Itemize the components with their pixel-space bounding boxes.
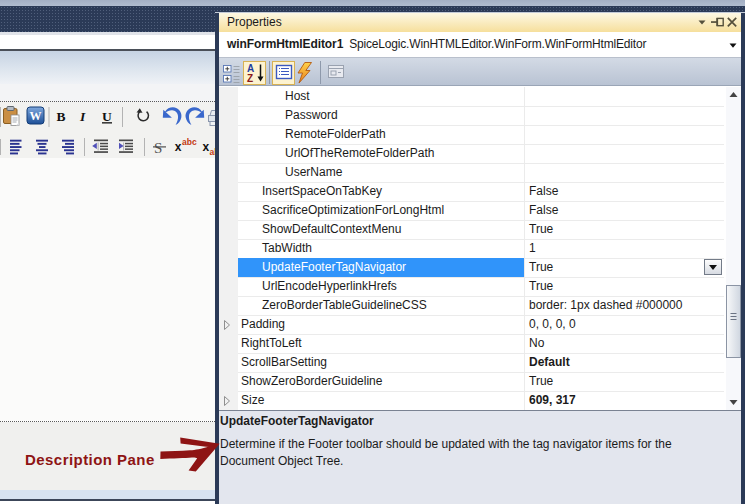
svg-text:x: x bbox=[175, 140, 182, 154]
svg-text:abc: abc bbox=[182, 137, 197, 147]
svg-text:I: I bbox=[79, 109, 86, 124]
svg-text:U: U bbox=[102, 109, 112, 124]
svg-text:W: W bbox=[30, 109, 42, 123]
svg-text:B: B bbox=[57, 109, 66, 124]
svg-text:Z: Z bbox=[247, 73, 253, 84]
svg-text:S: S bbox=[154, 140, 162, 156]
svg-text:x: x bbox=[203, 140, 210, 154]
